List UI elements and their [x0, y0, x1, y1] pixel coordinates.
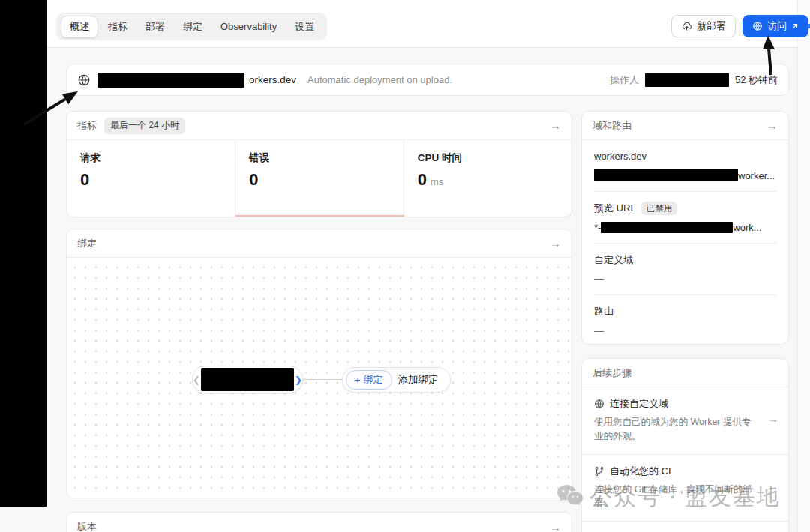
- custom-domain-label: 自定义域: [594, 253, 776, 267]
- operator-label: 操作人: [610, 73, 639, 87]
- globe-icon: [594, 399, 604, 409]
- external-link-icon: [791, 22, 799, 30]
- worker-domain: orkers.dev: [249, 74, 296, 85]
- step-title: 连接自定义域: [610, 397, 668, 411]
- metrics-card: 指标 最后一个 24 小时 → 请求 0 错误 0 CPU 时间 0ms: [66, 111, 572, 217]
- redacted-node-name: [201, 368, 294, 391]
- new-deployment-label: 新部署: [697, 19, 726, 33]
- code-bracket-left-icon: ❮: [193, 375, 200, 385]
- step-title: 自动化您的 CI: [610, 465, 671, 478]
- bindings-link-arrow-icon[interactable]: →: [550, 238, 561, 249]
- black-sidebar-band: [0, 0, 46, 507]
- metric-value: 0: [80, 170, 221, 190]
- divider: [594, 191, 776, 192]
- next-steps-title: 后续步骤: [592, 366, 632, 380]
- next-steps-card: 后续步骤 连接自定义域 使用您自己的域为您的 Worker 提供专业的外观。 →…: [581, 358, 789, 532]
- right-edge-strip: [797, 0, 810, 532]
- preview-url-row: *-work...: [594, 222, 776, 233]
- metric-cpu-time: CPU 时间 0ms: [404, 140, 572, 217]
- redacted-operator: [645, 73, 729, 87]
- tab-bar: 概述 指标 部署 绑定 Observability 设置: [56, 13, 327, 40]
- divider: [594, 243, 776, 244]
- add-binding-label: 添加绑定: [392, 373, 447, 387]
- preview-disabled-badge: 已禁用: [641, 202, 678, 215]
- next-step-automate-ci[interactable]: 自动化您的 CI 连接您的 Git 存储库，实现不间断的部署。 →: [582, 454, 788, 522]
- next-step-observability[interactable]: 启用 Observability: [582, 521, 788, 532]
- preview-url-suffix: work...: [733, 222, 761, 233]
- tab-deployments[interactable]: 部署: [137, 16, 173, 38]
- next-step-custom-domain[interactable]: 连接自定义域 使用您自己的域为您的 Worker 提供专业的外观。 →: [582, 387, 788, 454]
- time-range-badge: 最后一个 24 小时: [104, 118, 185, 134]
- metric-value: 0ms: [418, 170, 558, 190]
- metric-requests: 请求 0: [67, 140, 235, 217]
- git-branch-icon: [594, 466, 604, 477]
- metric-label: 错误: [249, 151, 389, 165]
- tab-metrics[interactable]: 指标: [100, 16, 136, 38]
- bindings-card: 绑定 → ❮ ❯ +绑定 添加绑定: [66, 229, 572, 498]
- redacted-preview-url: [601, 222, 733, 233]
- workers-dev-url-suffix: worker...: [738, 170, 775, 181]
- metric-errors: 错误 0: [235, 140, 403, 217]
- custom-domain-value: —: [594, 273, 776, 285]
- versions-card: 版本 →: [66, 512, 572, 532]
- binding-badge: +绑定: [346, 370, 392, 390]
- cloud-upload-icon: [681, 21, 692, 32]
- code-bracket-right-icon: ❯: [295, 375, 302, 385]
- tab-bindings[interactable]: 绑定: [175, 16, 211, 38]
- preview-url-prefix: *-: [594, 222, 601, 233]
- globe-icon: [77, 73, 91, 87]
- deploy-time-ago: 52 秒钟前: [735, 73, 778, 87]
- tab-overview[interactable]: 概述: [61, 16, 98, 38]
- workers-dev-url-row: worker...: [594, 169, 776, 181]
- toolbar-actions: 新部署 访问: [671, 15, 808, 37]
- visit-label: 访问: [767, 19, 787, 33]
- tab-observability[interactable]: Observability: [212, 16, 285, 37]
- metrics-title: 指标: [77, 119, 97, 133]
- preview-url-label: 预览 URL 已禁用: [594, 202, 776, 215]
- metric-label: 请求: [80, 151, 221, 165]
- metric-label: CPU 时间: [418, 151, 558, 165]
- new-deployment-button[interactable]: 新部署: [671, 15, 736, 37]
- tab-settings[interactable]: 设置: [286, 16, 322, 38]
- redacted-workers-dev-url: [594, 169, 738, 181]
- domains-routes-title: 域和路由: [592, 119, 632, 133]
- bindings-title: 绑定: [77, 237, 97, 250]
- metric-value: 0: [249, 170, 389, 190]
- globe-icon: [752, 21, 763, 31]
- plus-icon: +: [355, 375, 361, 386]
- deployment-note: Automatic deployment on upload.: [308, 74, 452, 85]
- toolbar-divider: [46, 47, 810, 48]
- step-arrow-icon: →: [768, 413, 778, 425]
- routes-label: 路由: [594, 305, 776, 318]
- node-connector-line: [303, 379, 342, 380]
- routes-value: —: [594, 325, 776, 336]
- visit-button[interactable]: 访问: [742, 15, 808, 37]
- errors-accent-line: [236, 215, 404, 217]
- step-description: 使用您自己的域为您的 Worker 提供专业的外观。: [594, 415, 754, 444]
- workers-dev-label: workers.dev: [594, 151, 776, 162]
- bindings-diagram-canvas: ❮ ❯ +绑定 添加绑定: [67, 258, 572, 498]
- step-description: 连接您的 Git 存储库，实现不间断的部署。: [594, 483, 754, 511]
- domains-routes-card: 域和路由 → workers.dev worker... 预览 URL 已禁用 …: [581, 111, 789, 345]
- versions-title: 版本: [77, 520, 97, 532]
- divider: [594, 294, 776, 295]
- worker-info-bar: orkers.dev Automatic deployment on uploa…: [66, 64, 789, 96]
- versions-link-arrow-icon[interactable]: →: [550, 522, 561, 532]
- add-binding-button[interactable]: +绑定 添加绑定: [342, 367, 451, 393]
- redacted-worker-name: [98, 73, 244, 88]
- worker-node[interactable]: ❮ ❯: [192, 366, 303, 393]
- metric-unit: ms: [430, 176, 443, 187]
- step-arrow-icon: →: [768, 480, 778, 492]
- metrics-link-arrow-icon[interactable]: →: [550, 120, 561, 131]
- domains-link-arrow-icon[interactable]: →: [766, 120, 778, 131]
